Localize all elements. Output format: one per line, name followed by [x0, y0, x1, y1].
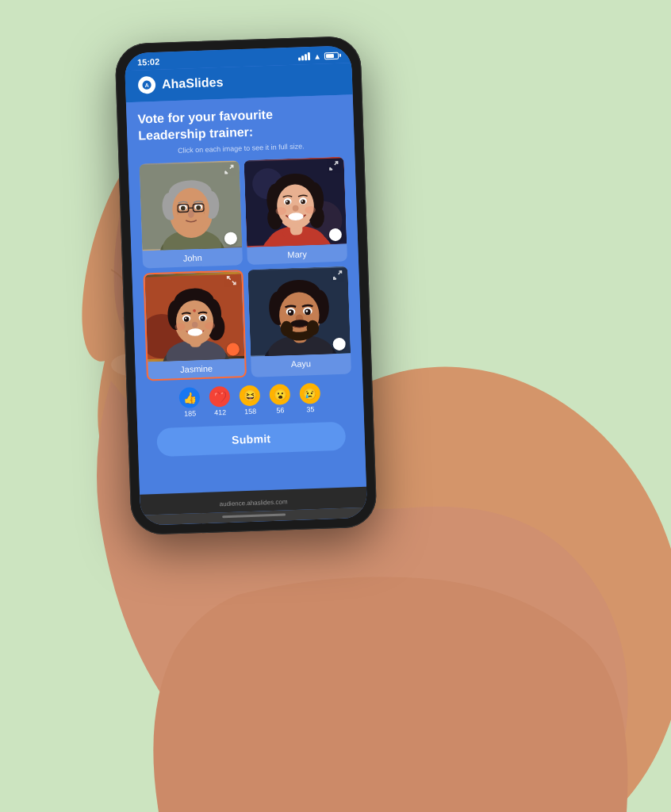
phone-screen: 15:02 ▲ — [125, 45, 368, 526]
phone-frame: 15:02 ▲ — [114, 36, 377, 535]
battery-icon — [324, 52, 339, 59]
svg-text:A: A — [144, 82, 148, 88]
screen-content: Vote for your favourite Leadership train… — [126, 94, 366, 495]
sad-icon: 😢 — [299, 382, 320, 404]
thumbs-count: 185 — [184, 409, 196, 418]
candidate-photo-mary — [243, 156, 347, 247]
expand-icon-mary[interactable] — [328, 159, 342, 173]
wow-icon: 😮 — [269, 384, 290, 405]
reaction-sad[interactable]: 😢 35 — [299, 382, 320, 413]
candidate-name-john: John — [142, 247, 243, 268]
reaction-heart[interactable]: ❤️ 412 — [209, 385, 230, 416]
radio-john[interactable] — [224, 232, 238, 245]
radio-jasmine[interactable] — [227, 343, 240, 356]
status-time: 15:02 — [137, 57, 160, 67]
app-name: AhaSlides — [162, 75, 224, 92]
status-icons: ▲ — [298, 51, 339, 61]
sad-count: 35 — [306, 405, 314, 413]
expand-icon-aayu[interactable] — [332, 269, 345, 282]
candidate-card-mary[interactable]: Mary — [243, 156, 347, 264]
signal-icon — [298, 52, 310, 61]
candidates-grid: John — [140, 156, 351, 381]
reaction-wow[interactable]: 😮 56 — [269, 384, 290, 415]
app-logo: A — [138, 76, 156, 94]
reaction-thumbs[interactable]: 👍 185 — [178, 387, 200, 418]
reaction-haha[interactable]: 😆 158 — [239, 385, 260, 416]
footer-url: audience.ahaslides.com — [220, 498, 288, 508]
page-container: 15:02 ▲ — [0, 0, 671, 812]
candidate-name-jasmine: Jasmine — [148, 358, 245, 379]
wifi-icon: ▲ — [313, 52, 321, 60]
candidate-card-jasmine[interactable]: Jasmine — [143, 270, 247, 381]
submit-area: Submit — [148, 416, 355, 463]
radio-mary[interactable] — [329, 228, 343, 241]
haha-icon: 😆 — [239, 385, 260, 406]
candidate-card-aayu[interactable]: Aayu — [247, 266, 351, 377]
submit-button[interactable]: Submit — [156, 421, 346, 456]
candidate-photo-aayu — [247, 266, 351, 356]
reactions-bar: 👍 185 ❤️ 412 😆 158 😮 — [147, 373, 353, 423]
home-bar — [222, 513, 286, 518]
thumbs-icon: 👍 — [178, 387, 200, 408]
heart-count: 412 — [214, 408, 226, 417]
expand-icon-john[interactable] — [224, 163, 237, 177]
candidate-name-aayu: Aayu — [251, 353, 351, 373]
radio-aayu[interactable] — [332, 337, 346, 350]
expand-icon-jasmine[interactable] — [226, 274, 240, 288]
candidate-card-john[interactable]: John — [140, 160, 243, 268]
phone-wrapper: 15:02 ▲ — [114, 36, 377, 535]
poll-title: Vote for your favourite Leadership train… — [137, 105, 343, 145]
candidate-photo-john — [140, 160, 243, 251]
wow-count: 56 — [276, 406, 284, 414]
heart-icon: ❤️ — [209, 385, 230, 407]
haha-count: 158 — [244, 407, 256, 416]
candidate-photo-jasmine — [144, 271, 244, 362]
candidate-name-mary: Mary — [247, 243, 347, 264]
